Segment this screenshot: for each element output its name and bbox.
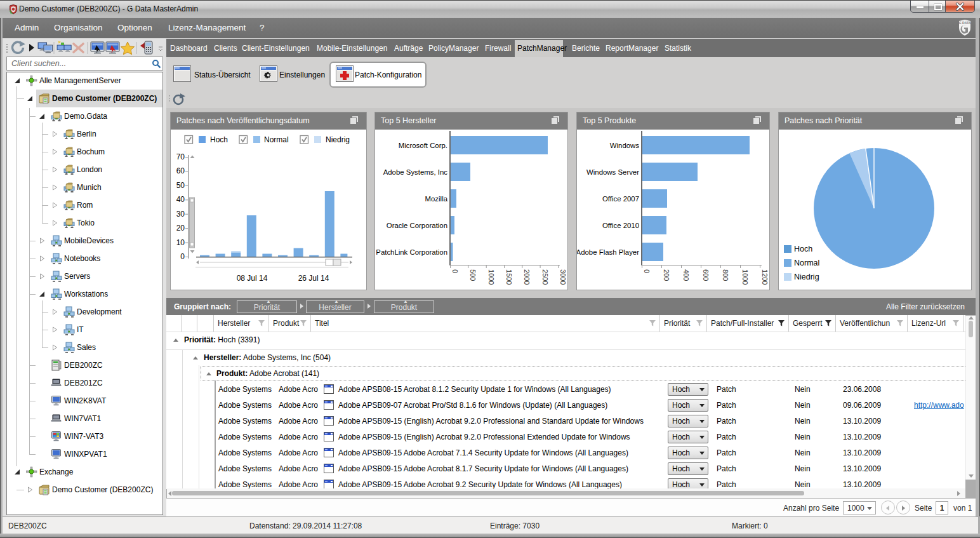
- svg-text:40: 40: [176, 195, 185, 204]
- svg-text:2500: 2500: [541, 269, 549, 285]
- svg-text:Adobe Systems, Inc: Adobe Systems, Inc: [383, 168, 448, 176]
- svg-text:10: 10: [176, 238, 185, 247]
- svg-text:Normal: Normal: [264, 135, 289, 144]
- svg-text:200: 200: [663, 269, 670, 281]
- svg-text:70: 70: [176, 152, 185, 161]
- svg-text:1000: 1000: [487, 269, 495, 285]
- svg-text:Niedrig: Niedrig: [794, 272, 819, 281]
- svg-text:60: 60: [176, 166, 185, 175]
- svg-text:1500: 1500: [505, 269, 513, 285]
- svg-text:Office 2007: Office 2007: [602, 195, 639, 203]
- svg-text:PatchLink Corporation: PatchLink Corporation: [376, 248, 447, 256]
- svg-text:2000: 2000: [523, 269, 531, 285]
- svg-text:50: 50: [176, 181, 185, 190]
- svg-text:400: 400: [682, 269, 690, 281]
- svg-text:G DATA: G DATA: [959, 21, 971, 25]
- svg-text:08 Jul 14: 08 Jul 14: [237, 274, 268, 283]
- svg-text:Microsoft Corp.: Microsoft Corp.: [399, 142, 447, 149]
- svg-text:Niedrig: Niedrig: [326, 135, 350, 144]
- svg-text:Windows Server: Windows Server: [586, 168, 639, 176]
- svg-text:600: 600: [702, 269, 710, 281]
- svg-text:Windows: Windows: [610, 142, 640, 149]
- svg-text:Adobe Flash Player: Adobe Flash Player: [577, 248, 639, 256]
- svg-text:30: 30: [176, 210, 185, 219]
- svg-text:3000: 3000: [559, 269, 567, 285]
- svg-text:Hoch: Hoch: [794, 245, 812, 253]
- svg-text:26 Jul 14: 26 Jul 14: [298, 274, 329, 283]
- svg-text:0: 0: [451, 269, 459, 273]
- svg-text:20: 20: [176, 224, 185, 232]
- svg-text:800: 800: [722, 269, 729, 281]
- svg-text:0: 0: [180, 252, 185, 261]
- svg-text:Mozilla: Mozilla: [425, 195, 448, 203]
- svg-text:1000: 1000: [741, 269, 749, 285]
- svg-text:1200: 1200: [761, 269, 769, 285]
- svg-text:Normal: Normal: [794, 259, 819, 267]
- svg-text:Oracle Corporation: Oracle Corporation: [387, 222, 447, 229]
- svg-text:Hoch: Hoch: [210, 135, 228, 144]
- svg-text:0: 0: [643, 269, 651, 273]
- svg-text:500: 500: [469, 269, 477, 281]
- svg-text:Office 2010: Office 2010: [602, 222, 639, 229]
